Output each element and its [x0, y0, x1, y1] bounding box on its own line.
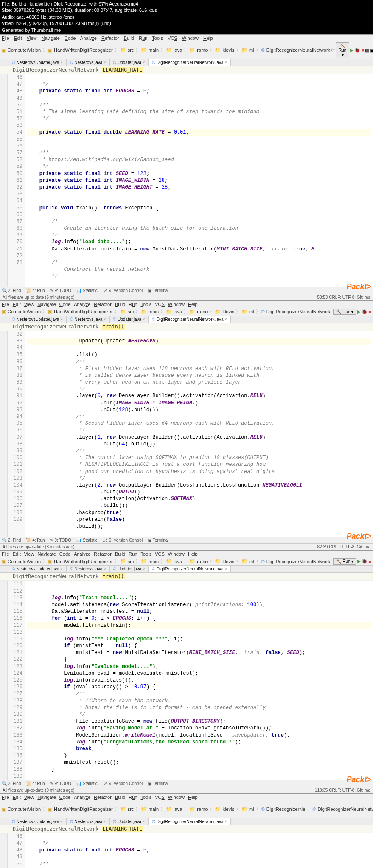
bottom-toolbar: 🔍 2: Find 📜 4: Run ✎ 9: TODO 📊 Statistic… — [0, 287, 373, 294]
menu-vcs[interactable]: VCS — [168, 36, 177, 41]
bc-project[interactable]: ComputerVision — [7, 47, 42, 53]
bc-class[interactable]: DigitRecognizerNeuralNetwork — [266, 47, 331, 53]
video-metadata: File: Build a Handwritten Digit Recogniz… — [0, 0, 373, 34]
toolbar-right: ⟳ 🔨 Run ▾ ▶ 🐞 ■ ▦ ▣ 🔍 — [331, 42, 373, 58]
tab-digit-recognizer[interactable]: ©DigitRecognizerNeuralNetwork.java × — [149, 59, 230, 66]
code-editor[interactable]: 4647484950515253545556575859606162636465… — [0, 74, 373, 287]
menu-help[interactable]: Help — [203, 36, 213, 41]
status-bar: All files are up-to-date (6 minutes ago)… — [0, 294, 373, 300]
menu-run[interactable]: Run — [139, 36, 147, 41]
breadcrumb-row: ▣ ComputerVision 〉 ▣ HandWrittenDigitRec… — [0, 42, 373, 59]
tool-icon[interactable]: ▦ — [365, 47, 369, 53]
bc-pkg3[interactable]: ml — [248, 47, 255, 53]
close-icon[interactable]: × — [61, 60, 63, 64]
code-content[interactable]: */ private static final int EPOCHS = 5; … — [25, 74, 373, 287]
bc-pkg1[interactable]: ramo — [196, 47, 208, 53]
tool-icon[interactable]: ▣ — [370, 47, 373, 53]
menu-edit[interactable]: Edit — [14, 36, 22, 41]
menu-analyze[interactable]: Analyze — [80, 36, 97, 41]
menu-refactor[interactable]: Refactor — [101, 36, 119, 41]
tab-updater[interactable]: ©Updater.java × — [110, 59, 149, 66]
menu-build[interactable]: Build — [124, 36, 134, 41]
class-icon: © — [261, 47, 265, 53]
run-config-button[interactable]: 🔨 Run ▾ — [336, 42, 349, 58]
ide-pane-1: File Edit View Navigate Code Analyze Ref… — [0, 34, 373, 300]
menu-window[interactable]: Window — [182, 36, 199, 41]
menu-bar[interactable]: FileEditViewNavigateCodeAnalyzeRefactorB… — [0, 301, 373, 308]
bc-java[interactable]: java — [173, 47, 183, 53]
tool-terminal[interactable]: ▣ Terminal — [148, 288, 168, 293]
breadcrumb[interactable]: ▣ ComputerVision 〉 ▣ HandWrittenDigitRec… — [2, 47, 331, 53]
bc-main[interactable]: main — [148, 47, 160, 53]
tool-find[interactable]: 🔍 2: Find — [2, 288, 21, 293]
menu-view[interactable]: View — [27, 36, 37, 41]
ide-pane-3: FileEditViewNavigateCodeAnalyzeRefactorB… — [0, 550, 373, 793]
ide-pane-4: FileEditViewNavigateCodeAnalyzeRefactorB… — [0, 793, 373, 868]
project-icon: ▣ — [2, 47, 6, 53]
tool-todo[interactable]: ✎ 9: TODO — [50, 288, 71, 293]
menu-navigate[interactable]: Navigate — [42, 36, 60, 41]
stop-icon[interactable]: ■ — [361, 47, 364, 53]
tab-nesterovs[interactable]: ©Nesterovs.java × — [67, 59, 110, 66]
code-breadcrumb: DigitRecognizerNeuralNetwork LEARNING_RA… — [0, 66, 373, 74]
bc-src[interactable]: src — [127, 47, 135, 53]
menu-code[interactable]: Code — [65, 36, 76, 41]
debug-icon[interactable]: 🐞 — [354, 47, 360, 53]
module-icon: ▣ — [48, 47, 52, 53]
menu-file[interactable]: File — [2, 36, 9, 41]
bc-module[interactable]: HandWrittenDigitRecognizer — [53, 47, 114, 53]
run-icon[interactable]: ▶ — [350, 47, 353, 53]
tool-run[interactable]: 📜 4: Run — [26, 288, 45, 293]
tool-vcs[interactable]: ⎇ 9: Version Control — [103, 288, 143, 293]
line-gutter: 4647484950515253545556575859606162636465… — [8, 74, 25, 287]
menu-bar[interactable]: File Edit View Navigate Code Analyze Ref… — [0, 35, 373, 42]
packt-logo: Packt> — [346, 282, 371, 291]
bc-pkg2[interactable]: klevis — [222, 47, 235, 53]
ide-pane-2: FileEditViewNavigateCodeAnalyzeRefactorB… — [0, 300, 373, 551]
menu-tools[interactable]: Tools — [152, 36, 163, 41]
editor-tabs: ©NesterovsUpdater.java × ©Nesterovs.java… — [0, 59, 373, 66]
tool-statistic[interactable]: 📊 Statistic — [76, 288, 98, 293]
tab-nesterovs-updater[interactable]: ©NesterovsUpdater.java × — [8, 59, 67, 66]
